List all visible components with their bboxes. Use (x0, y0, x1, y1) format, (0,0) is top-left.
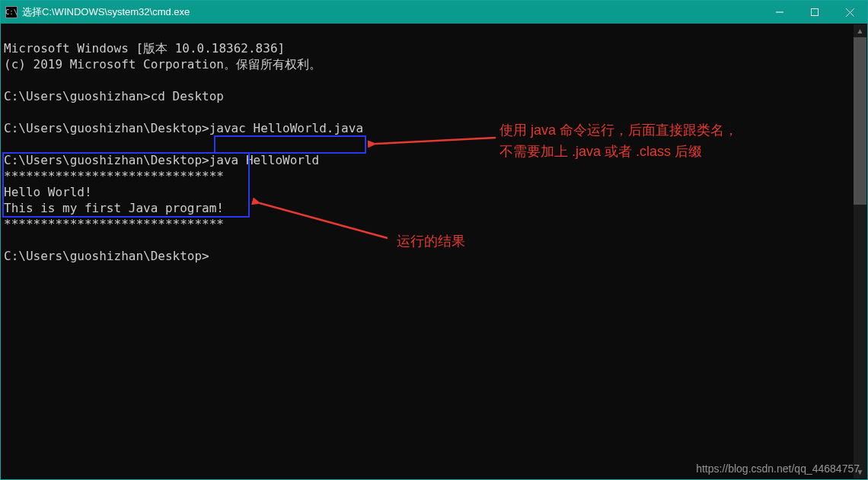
close-button[interactable] (832, 1, 867, 24)
terminal-line: ****************************** (4, 217, 224, 231)
terminal-line: (c) 2019 Microsoft Corporation。保留所有权利。 (4, 57, 321, 72)
window-title: 选择C:\WINDOWS\system32\cmd.exe (22, 5, 190, 19)
scroll-up-icon[interactable]: ▲ (854, 24, 866, 37)
terminal-line: C:\Users\guoshizhan\Desktop> (4, 249, 209, 263)
terminal-line: ****************************** (4, 169, 224, 183)
terminal-line: Microsoft Windows [版本 10.0.18362.836] (4, 41, 285, 56)
window-controls (762, 1, 867, 24)
terminal-line: This is my first Java program! (4, 201, 224, 215)
watermark: https://blog.csdn.net/qq_44684757 (696, 463, 860, 475)
cmd-window: C:\ 选择C:\WINDOWS\system32\cmd.exe Micros… (0, 0, 868, 480)
minimize-button[interactable] (762, 1, 797, 24)
terminal-line: Hello World! (4, 185, 92, 199)
titlebar-left: C:\ 选择C:\WINDOWS\system32\cmd.exe (5, 5, 190, 19)
titlebar[interactable]: C:\ 选择C:\WINDOWS\system32\cmd.exe (1, 1, 867, 24)
terminal-line: C:\Users\guoshizhan>cd Desktop (4, 89, 224, 103)
terminal-line: C:\Users\guoshizhan\Desktop>java HelloWo… (4, 153, 319, 167)
terminal-output[interactable]: Microsoft Windows [版本 10.0.18362.836] (c… (4, 24, 854, 478)
cmd-icon: C:\ (5, 6, 18, 18)
terminal-line: C:\Users\guoshizhan\Desktop>javac HelloW… (4, 121, 363, 135)
maximize-button[interactable] (797, 1, 832, 24)
scrollbar-thumb[interactable] (854, 37, 866, 205)
vertical-scrollbar[interactable]: ▲ ▼ (854, 24, 866, 478)
svg-rect-1 (812, 9, 819, 16)
